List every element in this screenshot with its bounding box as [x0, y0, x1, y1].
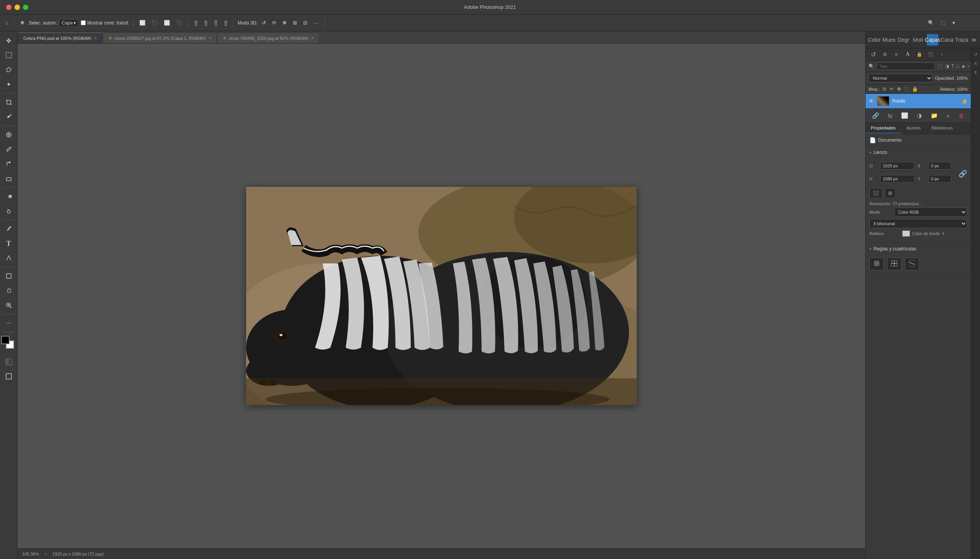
layer-visibility-icon[interactable]: 👁 [869, 98, 874, 104]
y-input[interactable] [928, 175, 951, 183]
filter-adjust-btn[interactable]: ◑ [945, 64, 949, 69]
delete-layer-btn[interactable]: 🗑 [957, 111, 965, 120]
align-stretch-button[interactable]: ⬛ [174, 19, 184, 27]
strip-paragraph-btn[interactable]: ¶ [972, 69, 980, 76]
filter-type-btn[interactable]: T [951, 64, 954, 69]
3d-scale-button[interactable]: ⊟ [301, 19, 309, 27]
magic-wand-button[interactable]: ✦ [2, 77, 16, 91]
panel-collapse-button[interactable]: ≫ [971, 37, 977, 43]
panel-moti-tab[interactable]: Moti [912, 34, 924, 46]
relleno-color-swatch[interactable] [902, 230, 910, 237]
panel-color-tab[interactable]: Color [869, 34, 880, 46]
foreground-color[interactable] [1, 336, 10, 344]
add-mask-btn[interactable]: ⬜ [900, 111, 910, 120]
select-tool-button[interactable] [2, 48, 16, 62]
chevron-right-btn[interactable]: › [937, 50, 947, 59]
panel-capas-tab[interactable]: Capas [927, 34, 938, 46]
workspace-button[interactable]: ⬚ [939, 19, 947, 27]
prop-tab-ajustes[interactable]: Ajustes [901, 123, 926, 134]
crop-tool-button[interactable] [2, 95, 16, 109]
gradient-tool-button[interactable] [2, 190, 16, 203]
close-button[interactable] [6, 5, 12, 10]
distribute-v-button[interactable]: ⣿ [192, 19, 200, 27]
modo-select[interactable]: Color RGB [894, 208, 967, 217]
prop-tab-bibliotecas[interactable]: Bibliotecas [926, 123, 958, 134]
panel-cana-tab[interactable]: Cana [941, 34, 953, 46]
minimize-button[interactable] [15, 5, 20, 10]
distribute-last-button[interactable]: ⣿ [222, 19, 230, 27]
width-input[interactable] [880, 162, 914, 170]
eyedropper-button[interactable] [2, 110, 16, 124]
tab-shop[interactable]: ✕ shop-768499_1920.jpg al 92% (RGB/8#) ✕ [217, 33, 320, 43]
documento-header[interactable]: 📄 Documento [866, 134, 971, 146]
tab-moon[interactable]: ✕ moon-2285627.jpg al 87,2% (Capa 1, RGB… [102, 33, 217, 43]
distribute-more-button[interactable]: ⣿ [212, 19, 220, 27]
lasso-tool-button[interactable] [2, 63, 16, 76]
pen-tool-button[interactable] [2, 222, 16, 236]
move-tool-button[interactable]: ✥ [2, 34, 16, 48]
lock-all-btn[interactable]: 🔒 [912, 86, 918, 92]
lock-transparent-btn[interactable]: ⊘ [882, 86, 887, 92]
strip-history-btn[interactable]: ↺ [972, 51, 980, 58]
clone-stamp-button[interactable] [2, 157, 16, 171]
search-top-button[interactable]: 🔍 [926, 19, 936, 27]
align-left-button[interactable]: ⬜ [137, 19, 147, 27]
history-button[interactable]: ↺ [869, 50, 878, 59]
distribute-h-button[interactable]: ⣿ [202, 19, 210, 27]
screen-mode-button[interactable] [2, 369, 16, 383]
tab-shop-close[interactable]: ✕ [311, 36, 314, 40]
layer-search-input[interactable] [877, 63, 935, 70]
reglas-header[interactable]: ▾ Reglas y cuadrículas [866, 243, 971, 255]
more-tools-button[interactable]: ··· [2, 316, 16, 330]
zoom-tool-button[interactable] [2, 298, 16, 312]
add-adjustment-btn[interactable]: ◑ [916, 111, 923, 120]
x-input[interactable] [928, 162, 951, 170]
path-select-button[interactable] [2, 251, 16, 265]
strip-text-btn[interactable]: A [972, 60, 980, 68]
blend-mode-select[interactable]: Normal [869, 74, 932, 82]
quick-mask-button[interactable] [2, 355, 16, 369]
lock-position-btn[interactable]: ✥ [897, 86, 901, 92]
resize-canvas-btn[interactable]: ⊞ [885, 188, 896, 198]
more-button[interactable]: ··· [312, 19, 321, 27]
lock-button[interactable]: 🔒 [914, 50, 924, 59]
dodge-tool-button[interactable] [2, 204, 16, 218]
tab-cebra-close[interactable]: ✕ [94, 36, 97, 40]
healing-brush-button[interactable] [2, 128, 16, 142]
adjustment-button[interactable]: ⚙ [880, 50, 889, 59]
shape-tool-button[interactable] [2, 269, 16, 283]
capa-dropdown[interactable]: Capa ▾ [59, 19, 78, 27]
panel-mues-tab[interactable]: Mues [883, 34, 895, 46]
tab-moon-close[interactable]: ✕ [208, 36, 211, 40]
brush-tool-button[interactable] [2, 142, 16, 156]
tab-cebra[interactable]: Cebra PNG.psd al 105% (RGB/8#) ✕ [18, 33, 102, 43]
grid-icon-3[interactable] [905, 258, 919, 270]
properties-icon-btn[interactable]: ⬛ [926, 50, 935, 59]
hand-tool-button[interactable] [2, 284, 16, 298]
lock-artboard-btn[interactable]: ⬚ [904, 86, 909, 92]
filter-pixel-btn[interactable]: ⬛ [937, 64, 943, 69]
lock-pixel-btn[interactable]: ✏ [890, 86, 894, 92]
panel-degr-tab[interactable]: Degr [898, 34, 909, 46]
filter-smart-btn[interactable]: ◈ [962, 64, 965, 69]
filter-toggle-btn[interactable]: ○ [967, 64, 970, 69]
add-style-btn[interactable]: fx [887, 111, 894, 120]
move-tool-active[interactable]: ✥ [18, 19, 26, 27]
add-layer-btn[interactable]: + [945, 111, 951, 120]
crop-canvas-btn[interactable]: ⬛ [869, 188, 882, 198]
3d-roll-button[interactable]: ⟳ [270, 19, 278, 27]
home-button[interactable]: ⌂ [3, 19, 10, 27]
height-input[interactable] [880, 175, 914, 183]
panel-traza-tab[interactable]: Traza [956, 34, 967, 46]
link-layers-btn[interactable]: 🔗 [871, 111, 881, 120]
lienzo-header[interactable]: ▾ Lienzo [866, 147, 971, 158]
eraser-button[interactable] [2, 172, 16, 185]
3d-slide-button[interactable]: ⊞ [291, 19, 299, 27]
maximize-button[interactable] [23, 5, 28, 10]
grid-icon-1[interactable] [869, 258, 884, 270]
prop-tab-propiedades[interactable]: Propiedades [866, 123, 901, 134]
3d-rotate-button[interactable]: ↺ [260, 19, 268, 27]
align-button[interactable]: ≡ [892, 50, 901, 59]
align-right-button[interactable]: ⬜ [162, 19, 172, 27]
filter-shape-btn[interactable]: □ [956, 64, 959, 69]
